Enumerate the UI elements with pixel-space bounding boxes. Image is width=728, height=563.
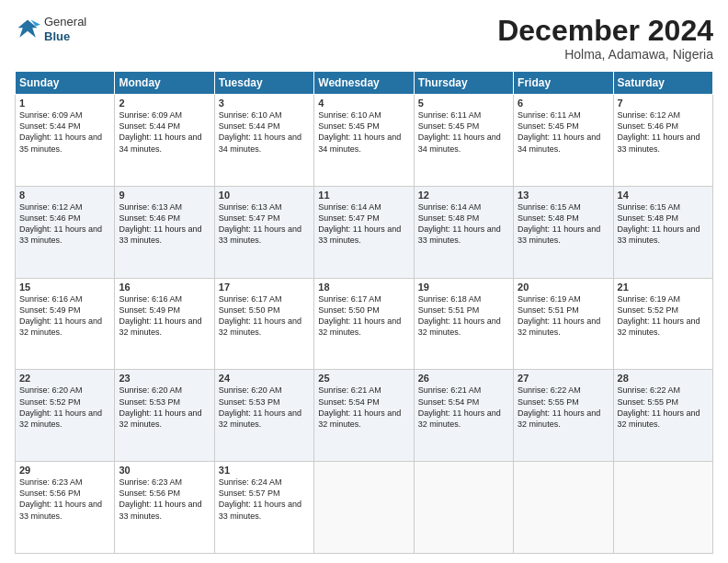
calendar-week-row: 15 Sunrise: 6:16 AMSunset: 5:49 PMDaylig… [16,278,713,370]
table-row: 5 Sunrise: 6:11 AMSunset: 5:45 PMDayligh… [414,95,513,187]
cell-info: Sunrise: 6:19 AMSunset: 5:51 PMDaylight:… [518,294,600,337]
table-row: 26 Sunrise: 6:21 AMSunset: 5:54 PMDaylig… [414,370,513,462]
cell-info: Sunrise: 6:21 AMSunset: 5:54 PMDaylight:… [418,385,501,428]
cell-info: Sunrise: 6:15 AMSunset: 5:48 PMDaylight:… [518,202,600,245]
table-row [613,462,712,554]
table-row: 14 Sunrise: 6:15 AMSunset: 5:48 PMDaylig… [613,186,712,278]
day-number: 1 [19,98,110,109]
table-row: 17 Sunrise: 6:17 AMSunset: 5:50 PMDaylig… [214,278,313,370]
day-number: 4 [318,98,409,109]
cell-info: Sunrise: 6:20 AMSunset: 5:52 PMDaylight:… [19,385,102,428]
table-row: 28 Sunrise: 6:22 AMSunset: 5:55 PMDaylig… [613,370,712,462]
day-number: 20 [518,282,609,293]
day-number: 26 [418,373,509,384]
table-row [514,462,613,554]
day-number: 25 [318,373,409,384]
logo-general: General [44,15,86,29]
table-row: 24 Sunrise: 6:20 AMSunset: 5:53 PMDaylig… [214,370,313,462]
logo-icon [15,17,40,42]
cell-info: Sunrise: 6:17 AMSunset: 5:50 PMDaylight:… [219,294,301,337]
cell-info: Sunrise: 6:21 AMSunset: 5:54 PMDaylight:… [318,385,401,428]
day-number: 19 [418,282,509,293]
calendar-header-row: Sunday Monday Tuesday Wednesday Thursday… [16,72,713,95]
calendar-week-row: 22 Sunrise: 6:20 AMSunset: 5:52 PMDaylig… [16,370,713,462]
col-saturday: Saturday [613,72,712,95]
table-row [314,462,414,554]
month-title: December 2024 [497,15,713,47]
table-row: 25 Sunrise: 6:21 AMSunset: 5:54 PMDaylig… [314,370,414,462]
header: General Blue December 2024 Holma, Adamaw… [15,15,713,62]
col-tuesday: Tuesday [214,72,313,95]
calendar-week-row: 8 Sunrise: 6:12 AMSunset: 5:46 PMDayligh… [16,186,713,278]
calendar-table: Sunday Monday Tuesday Wednesday Thursday… [15,71,713,554]
table-row: 31 Sunrise: 6:24 AMSunset: 5:57 PMDaylig… [214,462,313,554]
calendar-week-row: 29 Sunrise: 6:23 AMSunset: 5:56 PMDaylig… [16,462,713,554]
cell-info: Sunrise: 6:12 AMSunset: 5:46 PMDaylight:… [19,202,102,245]
day-number: 29 [19,465,110,476]
cell-info: Sunrise: 6:13 AMSunset: 5:47 PMDaylight:… [219,202,301,245]
calendar-week-row: 1 Sunrise: 6:09 AMSunset: 5:44 PMDayligh… [16,95,713,187]
cell-info: Sunrise: 6:15 AMSunset: 5:48 PMDaylight:… [618,202,700,245]
cell-info: Sunrise: 6:10 AMSunset: 5:44 PMDaylight:… [219,110,301,153]
table-row: 7 Sunrise: 6:12 AMSunset: 5:46 PMDayligh… [613,95,712,187]
table-row: 6 Sunrise: 6:11 AMSunset: 5:45 PMDayligh… [514,95,613,187]
cell-info: Sunrise: 6:16 AMSunset: 5:49 PMDaylight:… [119,294,201,337]
col-friday: Friday [514,72,613,95]
cell-info: Sunrise: 6:13 AMSunset: 5:46 PMDaylight:… [119,202,201,245]
day-number: 10 [219,190,310,201]
table-row: 13 Sunrise: 6:15 AMSunset: 5:48 PMDaylig… [514,186,613,278]
cell-info: Sunrise: 6:17 AMSunset: 5:50 PMDaylight:… [318,294,401,337]
table-row: 29 Sunrise: 6:23 AMSunset: 5:56 PMDaylig… [16,462,115,554]
table-row: 9 Sunrise: 6:13 AMSunset: 5:46 PMDayligh… [115,186,214,278]
cell-info: Sunrise: 6:24 AMSunset: 5:57 PMDaylight:… [219,477,301,520]
table-row: 11 Sunrise: 6:14 AMSunset: 5:47 PMDaylig… [314,186,414,278]
day-number: 27 [518,373,609,384]
table-row: 19 Sunrise: 6:18 AMSunset: 5:51 PMDaylig… [414,278,513,370]
day-number: 31 [219,465,310,476]
table-row: 10 Sunrise: 6:13 AMSunset: 5:47 PMDaylig… [214,186,313,278]
col-thursday: Thursday [414,72,513,95]
col-wednesday: Wednesday [314,72,414,95]
day-number: 24 [219,373,310,384]
title-block: December 2024 Holma, Adamawa, Nigeria [497,15,713,62]
day-number: 8 [19,190,110,201]
table-row: 15 Sunrise: 6:16 AMSunset: 5:49 PMDaylig… [16,278,115,370]
table-row: 12 Sunrise: 6:14 AMSunset: 5:48 PMDaylig… [414,186,513,278]
day-number: 11 [318,190,409,201]
day-number: 23 [119,373,210,384]
cell-info: Sunrise: 6:16 AMSunset: 5:49 PMDaylight:… [19,294,102,337]
day-number: 30 [119,465,210,476]
day-number: 14 [618,190,709,201]
table-row: 2 Sunrise: 6:09 AMSunset: 5:44 PMDayligh… [115,95,214,187]
logo-text: General Blue [44,15,86,43]
day-number: 7 [618,98,709,109]
cell-info: Sunrise: 6:23 AMSunset: 5:56 PMDaylight:… [119,477,201,520]
col-monday: Monday [115,72,214,95]
table-row: 22 Sunrise: 6:20 AMSunset: 5:52 PMDaylig… [16,370,115,462]
day-number: 6 [518,98,609,109]
cell-info: Sunrise: 6:14 AMSunset: 5:48 PMDaylight:… [418,202,501,245]
cell-info: Sunrise: 6:09 AMSunset: 5:44 PMDaylight:… [19,110,102,153]
cell-info: Sunrise: 6:22 AMSunset: 5:55 PMDaylight:… [518,385,600,428]
day-number: 5 [418,98,509,109]
table-row: 3 Sunrise: 6:10 AMSunset: 5:44 PMDayligh… [214,95,313,187]
table-row: 1 Sunrise: 6:09 AMSunset: 5:44 PMDayligh… [16,95,115,187]
cell-info: Sunrise: 6:19 AMSunset: 5:52 PMDaylight:… [618,294,700,337]
cell-info: Sunrise: 6:20 AMSunset: 5:53 PMDaylight:… [119,385,201,428]
cell-info: Sunrise: 6:11 AMSunset: 5:45 PMDaylight:… [518,110,600,153]
day-number: 16 [119,282,210,293]
day-number: 9 [119,190,210,201]
cell-info: Sunrise: 6:23 AMSunset: 5:56 PMDaylight:… [19,477,102,520]
table-row: 20 Sunrise: 6:19 AMSunset: 5:51 PMDaylig… [514,278,613,370]
day-number: 13 [518,190,609,201]
day-number: 17 [219,282,310,293]
cell-info: Sunrise: 6:10 AMSunset: 5:45 PMDaylight:… [318,110,401,153]
table-row [414,462,513,554]
table-row: 27 Sunrise: 6:22 AMSunset: 5:55 PMDaylig… [514,370,613,462]
col-sunday: Sunday [16,72,115,95]
table-row: 4 Sunrise: 6:10 AMSunset: 5:45 PMDayligh… [314,95,414,187]
cell-info: Sunrise: 6:18 AMSunset: 5:51 PMDaylight:… [418,294,501,337]
day-number: 18 [318,282,409,293]
table-row: 21 Sunrise: 6:19 AMSunset: 5:52 PMDaylig… [613,278,712,370]
logo-blue: Blue [44,29,86,44]
